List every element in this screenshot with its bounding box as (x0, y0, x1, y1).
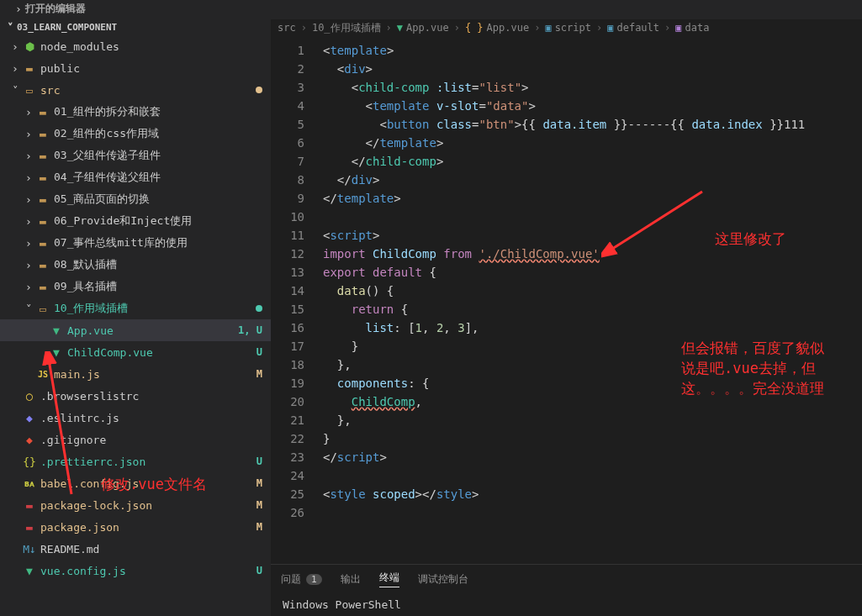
tab-debug-console[interactable]: 调试控制台 (418, 572, 468, 587)
file-prettier[interactable]: {}.prettierrc.jsonU (0, 450, 271, 472)
problems-badge: 1 (306, 574, 322, 585)
annotation-arrow-icon (601, 183, 711, 259)
breadcrumb-seg[interactable]: App.vue (487, 22, 530, 34)
folder-03[interactable]: ›▬03_父组件传递子组件 (0, 145, 271, 166)
code-content[interactable]: <template> <div> <child-comp :list="list… (320, 36, 862, 564)
git-status-m: M (256, 368, 262, 380)
folder-label: 09_具名插槽 (54, 279, 262, 294)
folder-01[interactable]: ›▬01_组件的拆分和嵌套 (0, 101, 271, 123)
svg-line-1 (610, 192, 702, 250)
tab-output[interactable]: 输出 (341, 572, 361, 587)
chevron-down-icon: ˅ (22, 303, 35, 315)
file-pkglock[interactable]: ▬package-lock.jsonM (0, 494, 271, 516)
folder-public[interactable]: › ▬ public (0, 57, 271, 79)
file-app-vue[interactable]: ▼ App.vue 1, U (0, 319, 271, 341)
git-status-u: U (256, 455, 262, 467)
breadcrumb-bar[interactable]: src› 10_作用域插槽› ▼App.vue› { }App.vue› ▣sc… (271, 19, 862, 36)
tab-label: 调试控制台 (418, 572, 468, 587)
folder-08[interactable]: ›▬08_默认插槽 (0, 254, 271, 276)
chevron-down-icon: ˅ (3, 21, 17, 34)
file-label: .prettierrc.json (40, 455, 256, 468)
git-modified-dot (256, 87, 262, 93)
file-label: vue.config.js (40, 565, 256, 577)
chevron-right-icon: › (8, 40, 22, 53)
terminal-body[interactable]: Windows PowerShell (271, 593, 862, 616)
npm-icon: ▬ (22, 498, 37, 513)
config-icon: ◯ (22, 388, 37, 403)
file-label: .gitignore (40, 434, 262, 446)
tab-problems[interactable]: 问题 1 (281, 572, 322, 587)
folder-label: 01_组件的拆分和嵌套 (54, 104, 262, 119)
code-editor[interactable]: 1234567891011121314151617181920212223242… (271, 36, 862, 564)
folder-open-icon: ▭ (22, 82, 37, 97)
eslint-icon: ◆ (22, 410, 37, 425)
folder-label: 10_作用域插槽 (54, 301, 256, 316)
terminal-tabs: 问题 1 输出 终端 调试控制台 (271, 565, 862, 593)
git-status-m: M (256, 521, 262, 533)
folder-label: 05_商品页面的切换 (54, 192, 262, 207)
folder-label: 07_事件总线mitt库的使用 (54, 235, 262, 250)
folder-icon: ▬ (22, 61, 37, 76)
file-label: .eslintrc.js (40, 412, 262, 424)
open-editors-row[interactable]: › 打开的编辑器 (0, 0, 862, 19)
file-gitignore[interactable]: ◆.gitignore (0, 429, 271, 450)
folder-05[interactable]: ›▬05_商品页面的切换 (0, 188, 271, 210)
folder-04[interactable]: ›▬04_子组件传递父组件 (0, 166, 271, 188)
git-untracked-dot (256, 305, 262, 312)
tab-label: 终端 (379, 571, 399, 585)
vue-icon: ▼ (49, 345, 64, 360)
line-number-gutter: 1234567891011121314151617181920212223242… (271, 36, 320, 564)
project-name-label: 03_LEARN_COMPONENT (17, 22, 117, 33)
file-browserslist[interactable]: ◯.browserslistrc (0, 385, 271, 407)
vue-icon: ▼ (22, 563, 37, 578)
folder-node-modules[interactable]: › ⬢ node_modules (0, 35, 271, 57)
js-icon: JS (35, 366, 50, 382)
editor-pane: src› 10_作用域插槽› ▼App.vue› { }App.vue› ▣sc… (271, 19, 862, 616)
file-main-js[interactable]: JS main.js M (0, 363, 271, 385)
file-babel[interactable]: ʙᴀbabel.config.jsM (0, 472, 271, 494)
terminal-text: Windows PowerShell (283, 598, 401, 611)
git-status-u: U (256, 346, 262, 358)
markdown-icon: M↓ (22, 541, 37, 556)
cube-icon: ▣ (545, 22, 551, 34)
folder-open-icon: ▭ (35, 301, 50, 316)
folder-06[interactable]: ›▬06_Provide和Inject使用 (0, 210, 271, 232)
symbol-icon: ▣ (607, 22, 613, 34)
folder-label: 02_组件的css作用域 (54, 126, 262, 141)
file-tree: › ⬢ node_modules › ▬ public ˅ ▭ src ›▬01… (0, 35, 271, 616)
breadcrumb-seg[interactable]: App.vue (406, 22, 449, 34)
folder-09[interactable]: ›▬09_具名插槽 (0, 276, 271, 297)
nodejs-icon: ⬢ (22, 39, 37, 54)
explorer-project-header[interactable]: ˅ 03_LEARN_COMPONENT (0, 19, 271, 35)
json-icon: {} (22, 454, 37, 469)
chevron-down-icon: ˅ (8, 84, 22, 97)
babel-icon: ʙᴀ (22, 476, 37, 491)
file-readme[interactable]: M↓README.md (0, 538, 271, 560)
vue-icon: ▼ (397, 22, 403, 34)
folder-label: 03_父组件传递子组件 (54, 148, 262, 163)
file-label: README.md (40, 543, 262, 555)
file-label: package-lock.json (40, 499, 256, 512)
folder-02[interactable]: ›▬02_组件的css作用域 (0, 123, 271, 145)
git-status-m: M (256, 499, 262, 511)
breadcrumb-seg[interactable]: 10_作用域插槽 (312, 21, 381, 35)
folder-07[interactable]: ›▬07_事件总线mitt库的使用 (0, 232, 271, 254)
file-vueconfig[interactable]: ▼vue.config.jsU (0, 560, 271, 582)
vue-icon: ▼ (49, 323, 64, 338)
folder-src[interactable]: ˅ ▭ src (0, 79, 271, 101)
tab-terminal[interactable]: 终端 (379, 571, 399, 587)
npm-icon: ▬ (22, 519, 37, 534)
file-eslintrc[interactable]: ◆.eslintrc.js (0, 407, 271, 429)
folder-label: public (40, 62, 262, 75)
breadcrumb-seg[interactable]: script (555, 22, 591, 34)
git-status: 1, U (238, 324, 262, 336)
file-label: .browserslistrc (40, 390, 262, 403)
git-icon: ◆ (22, 432, 37, 447)
folder-10[interactable]: ˅ ▭ 10_作用域插槽 (0, 297, 271, 319)
git-status-u: U (256, 565, 262, 577)
breadcrumb-seg[interactable]: src (278, 22, 296, 34)
file-childcomp-vue[interactable]: ▼ ChildComp.vue U (0, 341, 271, 363)
breadcrumb-seg[interactable]: default (616, 22, 659, 34)
breadcrumb-seg[interactable]: data (685, 22, 710, 34)
file-pkg[interactable]: ▬package.jsonM (0, 516, 271, 538)
